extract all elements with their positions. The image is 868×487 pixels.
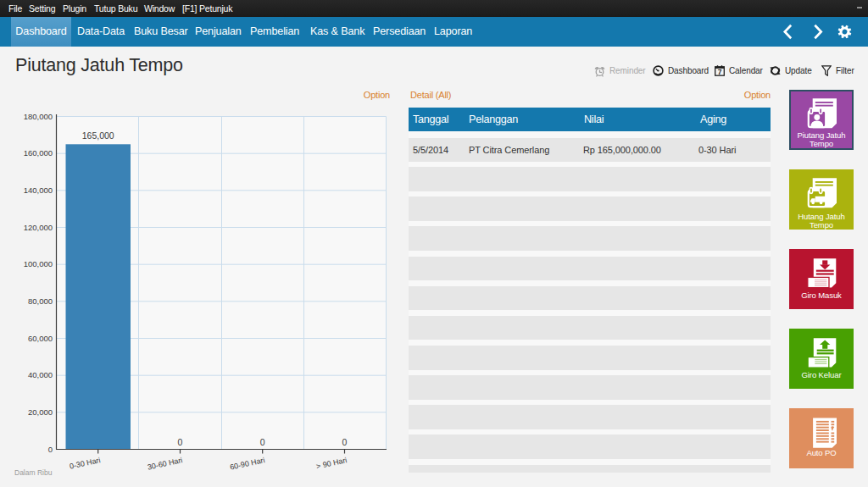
svg-text:60,000: 60,000 bbox=[28, 334, 53, 343]
svg-text:20,000: 20,000 bbox=[28, 407, 53, 417]
svg-text:30-60 Hari: 30-60 Hari bbox=[147, 456, 183, 472]
svg-text:140,000: 140,000 bbox=[24, 185, 53, 195]
svg-text:7: 7 bbox=[718, 68, 722, 76]
svg-text:40,000: 40,000 bbox=[28, 370, 53, 379]
svg-text:> 90 Hari: > 90 Hari bbox=[315, 456, 348, 470]
svg-text:100,000: 100,000 bbox=[24, 259, 53, 268]
svg-text:180,000: 180,000 bbox=[24, 112, 53, 121]
svg-text:120,000: 120,000 bbox=[24, 223, 53, 232]
svg-text:0: 0 bbox=[260, 437, 265, 447]
svg-text:165,000: 165,000 bbox=[82, 130, 114, 141]
svg-text:160,000: 160,000 bbox=[24, 148, 53, 158]
svg-text:0: 0 bbox=[342, 437, 348, 447]
svg-text:0: 0 bbox=[48, 445, 53, 454]
svg-text:80,000: 80,000 bbox=[28, 296, 53, 306]
svg-text:0-30 Hari: 0-30 Hari bbox=[69, 456, 101, 470]
svg-text:0: 0 bbox=[178, 437, 183, 447]
svg-text:Dalam Ribu: Dalam Ribu bbox=[14, 468, 53, 477]
svg-text:60-90 Hari: 60-90 Hari bbox=[229, 456, 265, 472]
